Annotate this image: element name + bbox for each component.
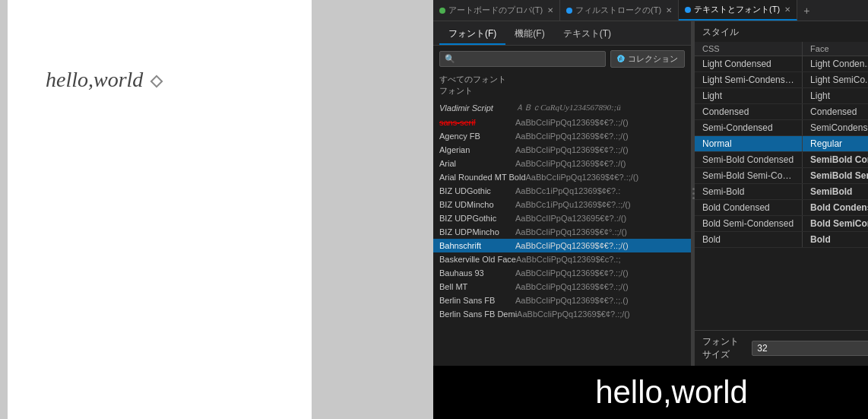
tab-add-button[interactable]: + [797,0,816,21]
style-list-row[interactable]: Semi-BoldSemiBold [695,184,868,200]
font-list-item[interactable]: Bell MTAaBbCcIiPpQq12369$¢€?.:;/() [433,280,691,294]
font-list-item[interactable]: sans-serifAaBbCcIiPpQq12369$¢€?.:;/() [433,116,691,129]
style-list-row[interactable]: BoldBold [695,232,868,248]
font-item-preview: AaBbCcIiPpQq12369$¢€?.:/() [515,159,626,168]
canvas-label: hello,world [46,68,143,91]
style-list-row[interactable]: NormalRegular [695,136,868,152]
style-cell-css: Semi-Condensed [695,120,803,135]
font-list-item[interactable]: BIZ UDMinchoAaBbCc1iPpQu12369$¢€?.:;/() [433,198,691,211]
search-box[interactable]: 🔍 [439,51,606,67]
tab-artboard-close[interactable]: ✕ [547,6,553,14]
tab-textfont-close[interactable]: ✕ [784,5,790,14]
canvas-diamond-icon [150,75,163,87]
font-item-name: BIZ UDPMincho [439,227,515,236]
style-cell-css: Light Semi-Condensed [695,72,803,87]
style-cell-css: Light Condensed [695,56,803,71]
style-list-row[interactable]: Light Semi-CondensedLight SemiCo... [695,72,868,88]
font-list-item[interactable]: AlgerianAaBbCcIiPpQq12369$€¢?.:;/() [433,143,691,157]
tab-textfont-icon [685,7,691,13]
font-list[interactable]: Vladimir ScriptＡＢｃCaRqUy1234567890:;üsan… [433,100,691,366]
font-list-item[interactable]: BahnschriftAaBbCcIiPpQq12369$¢€?.:;/() [433,239,691,252]
font-list-item[interactable]: Berlin Sans FBAaBbCcIiPpQq12369$¢€?.:;.(… [433,294,691,307]
font-item-name: Baskerville Old Face [439,255,516,264]
font-item-preview: ＡＢｃCaRqUy1234567890:;ü [515,102,621,113]
font-item-preview: AaBbCcIiPpQq12369$€¢°.:;/() [515,227,627,236]
tab-textfont-label: テキストとフォント(T) [694,4,780,15]
sub-tab-text[interactable]: テキスト(T) [554,24,620,45]
style-list-row[interactable]: Semi-CondensedSemiCondens... [695,120,868,136]
font-item-name: BIZ UDGothic [439,186,515,195]
font-column-header: フォント [433,85,691,100]
search-area: 🔍 🅐 コレクション [433,46,691,72]
tab-textfont[interactable]: テキストとフォント(T) ✕ [679,0,797,21]
font-item-preview: AaBbCcIiPpQq12369$€c?.:; [516,255,621,264]
style-col-face-header: Face [803,42,868,56]
font-item-preview: AaBbCcIiPpQq12369$€¢?.:;/() [515,268,629,278]
font-item-preview: AaBbCcIiPpQq12369$¢€?.:;/() [515,241,629,250]
style-cell-face: Bold SemiCon... [803,216,868,231]
preview-bar: hello,world [433,366,868,419]
font-item-name: Agency FB [439,132,515,141]
style-cell-face: Light Conden... [803,56,868,71]
font-list-item[interactable]: Berlin Sans FB DemiAaBbCcIiPpQq12369$€¢?… [433,307,691,321]
style-cell-css: Semi-Bold Semi-Condensed [695,168,803,183]
style-list[interactable]: Light CondensedLight Conden...Light Semi… [695,56,868,330]
canvas-page: hello,world [8,0,312,419]
main-content: フォント(F) 機能(F) テキスト(T) 🔍 🅐 コレクション [433,21,868,366]
style-list-row[interactable]: Bold Semi-CondensedBold SemiCon... [695,216,868,232]
font-item-name: Bahnschrift [439,241,515,250]
font-list-item[interactable]: Vladimir ScriptＡＢｃCaRqUy1234567890:;ü [433,100,691,116]
right-panel: アートボードのプロパ(T) ✕ フィルストロークの(T) ✕ テキストとフォント… [433,0,868,419]
font-item-preview: AaBbCcIiPpQq12369$€¢?.:;/() [515,145,629,154]
collection-button[interactable]: 🅐 コレクション [610,50,685,68]
font-size-row: フォントサイズ ▼ [695,330,868,366]
font-item-preview: AaBbCcIiPpQq12369$¢€?.:;/() [526,173,639,182]
font-item-preview: AaBbCc1iPpQq12369$¢€?.: [515,186,620,195]
font-size-input[interactable] [752,341,868,356]
tab-filestroke[interactable]: フィルストロークの(T) ✕ [560,0,679,21]
font-list-item[interactable]: ArialAaBbCcIiPpQq12369$¢€?.:/() [433,157,691,170]
font-category: すべてのフォント [433,72,691,85]
font-item-name: Arial Rounded MT Bold [439,173,526,182]
font-item-name: BIZ UDPGothic [439,214,515,223]
font-list-item[interactable]: BIZ UDPGothicAaBbCcIIPpQa123695€¢?.:/() [433,211,691,225]
font-list-item[interactable]: BIZ UDPMinchoAaBbCcIiPpQq12369$€¢°.:;/() [433,225,691,239]
style-cell-face: Condensed [803,104,868,119]
style-panel-header: スタイル [695,21,868,42]
font-item-name: BIZ UDMincho [439,200,515,209]
canvas-text-content: hello,world [46,65,161,93]
font-item-preview: AaBbCcIiPpQq12369$¢€?.:;/() [515,118,629,127]
font-item-name: Vladimir Script [439,103,515,113]
font-item-name: Algerian [439,145,515,154]
tab-artboard-icon [439,8,445,14]
style-list-row[interactable]: CondensedCondensed [695,104,868,120]
font-item-preview: AaBbCc1iPpQu12369$¢€?.:;/() [515,200,631,209]
font-list-item[interactable]: BIZ UDGothicAaBbCc1iPpQq12369$¢€?.: [433,184,691,198]
style-cell-face: SemiCondens... [803,120,868,135]
font-list-item[interactable]: Bauhaus 93AaBbCcIiPpQq12369$€¢?.:;/() [433,266,691,280]
style-list-row[interactable]: Light CondensedLight Conden... [695,56,868,72]
font-item-preview: AaBbCcIIPpQa123695€¢?.:/() [515,214,626,223]
collection-label: コレクション [628,53,678,65]
style-list-row[interactable]: Semi-Bold CondensedSemiBold Con... [695,152,868,168]
style-panel: スタイル CSS Face Light CondensedLight Conde… [695,21,868,366]
style-cell-face: Regular [803,136,868,151]
style-list-row[interactable]: LightLight [695,88,868,104]
style-cell-css: Normal [695,136,803,151]
sub-tabs: フォント(F) 機能(F) テキスト(T) [433,21,691,46]
style-cell-face: Light SemiCo... [803,72,868,87]
tab-filestroke-icon [566,8,572,14]
tab-artboard[interactable]: アートボードのプロパ(T) ✕ [433,0,560,21]
style-list-row[interactable]: Bold CondensedBold Condens... [695,200,868,216]
font-list-item[interactable]: Agency FBAaBbCcIiPpQq12369$¢€?.:;/() [433,129,691,143]
sub-tab-font[interactable]: フォント(F) [439,24,505,45]
preview-text: hello,world [595,374,748,411]
style-list-row[interactable]: Semi-Bold Semi-CondensedSemiBold Sen... [695,168,868,184]
sub-tab-function[interactable]: 機能(F) [505,24,553,45]
font-item-name: Bauhaus 93 [439,268,515,278]
tab-filestroke-close[interactable]: ✕ [666,6,672,14]
font-list-item[interactable]: Baskerville Old FaceAaBbCcIiPpQq12369$€c… [433,252,691,266]
font-list-item[interactable]: Arial Rounded MT BoldAaBbCcIiPpQq12369$¢… [433,170,691,184]
font-item-name: sans-serif [439,118,515,127]
canvas-area: hello,world [0,0,433,419]
